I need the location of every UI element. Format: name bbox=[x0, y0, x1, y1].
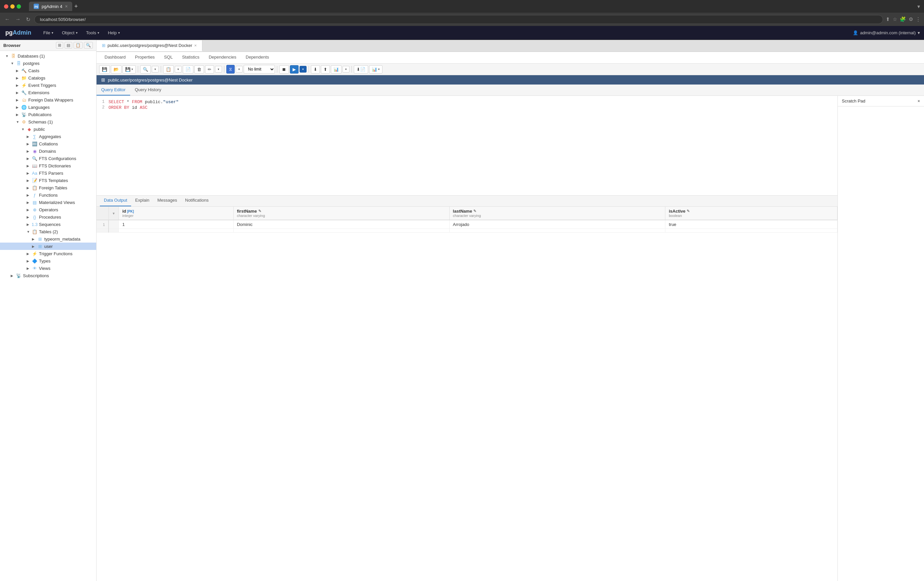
tree-toggle[interactable]: ▶ bbox=[26, 252, 32, 255]
tree-toggle[interactable]: ▶ bbox=[26, 135, 32, 138]
nav-tab-properties[interactable]: Properties bbox=[130, 52, 160, 63]
tree-toggle[interactable]: ▶ bbox=[26, 157, 32, 160]
col-edit-icon[interactable]: ✎ bbox=[258, 209, 261, 213]
results-tab-notifications[interactable]: Notifications bbox=[181, 196, 213, 206]
toolbar-save-file[interactable]: 💾 bbox=[99, 65, 110, 74]
tree-item[interactable]: ▶📡Publications bbox=[0, 111, 96, 118]
toolbar-upload[interactable]: ⬆ bbox=[321, 65, 330, 74]
back-button[interactable]: ← bbox=[3, 15, 11, 24]
user-dropdown-arrow[interactable]: ▾ bbox=[918, 30, 920, 35]
refresh-button[interactable]: ↻ bbox=[25, 15, 31, 24]
tree-item[interactable]: ▼⚙Schemas (1) bbox=[0, 118, 96, 125]
nav-tab-dependents[interactable]: Dependents bbox=[241, 52, 274, 63]
tree-item[interactable]: ▶⊕Operators bbox=[0, 206, 96, 213]
table-cell-lastName[interactable]: Arrojado bbox=[449, 220, 665, 229]
toolbar-edit[interactable]: ✏ bbox=[205, 65, 214, 74]
tree-toggle[interactable]: ▼ bbox=[26, 230, 32, 234]
tree-toggle[interactable]: ▶ bbox=[26, 150, 32, 153]
nav-tab-dashboard[interactable]: Dashboard bbox=[100, 52, 130, 63]
new-tab-button[interactable]: + bbox=[74, 3, 78, 10]
tree-toggle[interactable]: ▶ bbox=[26, 208, 32, 212]
tree-toggle[interactable]: ▶ bbox=[26, 186, 32, 190]
browser-btn-list[interactable]: ▤ bbox=[64, 42, 72, 49]
toolbar-export[interactable]: ⬇📄 bbox=[354, 65, 368, 74]
table-col-header-id[interactable]: id [PK]integer bbox=[119, 207, 233, 220]
tree-toggle[interactable]: ▼ bbox=[5, 54, 11, 58]
code-editor[interactable]: 1SELECT * FROM public."user"2ORDER BY id… bbox=[97, 96, 837, 196]
tree-item[interactable]: ▼🗄Databases (1) bbox=[0, 52, 96, 59]
toolbar-explain[interactable]: 📊 bbox=[331, 65, 342, 74]
tree-item[interactable]: ▶📋Foreign Tables bbox=[0, 184, 96, 191]
toolbar-copy-options[interactable]: ▾ bbox=[175, 66, 182, 72]
menu-object[interactable]: Object ▾ bbox=[58, 28, 82, 37]
tree-item[interactable]: ▶🔤Collations bbox=[0, 140, 96, 147]
results-tab-messages[interactable]: Messages bbox=[153, 196, 181, 206]
table-row[interactable] bbox=[97, 229, 837, 233]
share-icon[interactable]: ⬆ bbox=[886, 16, 890, 22]
tree-item[interactable]: ▶∑Aggregates bbox=[0, 133, 96, 140]
tree-item[interactable]: ▶🔧Extensions bbox=[0, 89, 96, 96]
tree-item[interactable]: ▼🗄postgres bbox=[0, 59, 96, 67]
nav-tab-dependencies[interactable]: Dependencies bbox=[204, 52, 241, 63]
col-edit-icon[interactable]: ✎ bbox=[473, 209, 476, 213]
tree-item[interactable]: ▶AaFTS Parsers bbox=[0, 170, 96, 177]
scratch-pad-content[interactable] bbox=[838, 107, 924, 581]
scratch-pad-close[interactable]: × bbox=[917, 99, 920, 104]
browser-tab[interactable]: pg pgAdmin 4 × bbox=[29, 2, 72, 11]
tree-item[interactable]: ▶🔷Types bbox=[0, 257, 96, 265]
toolbar-find[interactable]: 🔍 bbox=[140, 65, 151, 74]
tree-item[interactable]: ▶📡Subscriptions bbox=[0, 272, 96, 279]
tree-item[interactable]: ▶🔨Casts bbox=[0, 67, 96, 74]
tree-item[interactable]: ▶⚡Trigger Functions bbox=[0, 250, 96, 257]
tree-item[interactable]: ▶⊞typeorm_metadata bbox=[0, 235, 96, 243]
tree-toggle[interactable]: ▶ bbox=[16, 69, 21, 72]
minimize-traffic-light[interactable] bbox=[10, 4, 15, 9]
tree-toggle[interactable]: ▶ bbox=[16, 113, 21, 117]
toolbar-delete-row[interactable]: 🗑 bbox=[195, 65, 204, 74]
tree-item[interactable]: ▶📖FTS Dictionaries bbox=[0, 162, 96, 170]
tree-toggle[interactable]: ▶ bbox=[26, 164, 32, 168]
browser-btn-search[interactable]: 🔍 bbox=[84, 42, 93, 49]
tree-item[interactable]: ▶⊞user bbox=[0, 243, 96, 250]
tree-item[interactable]: ▶⚡Event Triggers bbox=[0, 82, 96, 89]
profiles-icon[interactable]: ⚙ bbox=[909, 16, 913, 22]
toolbar-save-options[interactable]: 💾▾ bbox=[122, 65, 136, 74]
tree-item[interactable]: ▼◆public bbox=[0, 125, 96, 133]
tree-item[interactable]: ▶◉Domains bbox=[0, 147, 96, 155]
tree-toggle[interactable]: ▶ bbox=[16, 76, 21, 80]
forward-button[interactable]: → bbox=[14, 15, 22, 24]
tree-toggle[interactable]: ▶ bbox=[26, 201, 32, 204]
menu-icon[interactable]: ⋮ bbox=[916, 16, 921, 22]
content-tab-active[interactable]: ⊞ public.user/postgres/postgres@Nest Doc… bbox=[97, 40, 202, 51]
tree-toggle[interactable]: ▶ bbox=[16, 105, 21, 109]
table-cell-isActive[interactable] bbox=[665, 229, 837, 233]
toolbar-paste[interactable]: 📄 bbox=[183, 65, 193, 74]
table-cell-firstName[interactable] bbox=[233, 229, 449, 233]
tree-toggle[interactable]: ▶ bbox=[26, 171, 32, 175]
query-tab-query-editor[interactable]: Query Editor bbox=[97, 84, 130, 95]
content-tab-close[interactable]: × bbox=[195, 43, 197, 48]
close-traffic-light[interactable] bbox=[4, 4, 8, 9]
toolbar-explain-options[interactable]: ▾ bbox=[343, 66, 350, 72]
tree-toggle[interactable]: ▶ bbox=[26, 193, 32, 197]
toolbar-more[interactable]: 📊▾ bbox=[369, 65, 383, 74]
line-content[interactable]: ORDER BY id ASC bbox=[109, 105, 147, 110]
tree-item[interactable]: ▶▤Materialized Views bbox=[0, 199, 96, 206]
tree-item[interactable]: ▶1.3Sequences bbox=[0, 221, 96, 228]
tree-toggle[interactable]: ▶ bbox=[16, 98, 21, 102]
table-cell-isActive[interactable]: true bbox=[665, 220, 837, 229]
table-col-header-lastName[interactable]: lastName ✎character varying bbox=[449, 207, 665, 220]
col-edit-icon[interactable]: ✎ bbox=[687, 209, 690, 213]
browser-btn-grid[interactable]: ⊞ bbox=[56, 42, 63, 49]
tree-toggle[interactable]: ▶ bbox=[26, 179, 32, 182]
menu-help[interactable]: Help ▾ bbox=[104, 28, 124, 37]
toolbar-edit-options[interactable]: ▾ bbox=[215, 66, 222, 72]
maximize-traffic-light[interactable] bbox=[16, 4, 21, 9]
line-content[interactable]: SELECT * FROM public."user" bbox=[109, 99, 179, 104]
tree-item[interactable]: ▼📋Tables (2) bbox=[0, 228, 96, 235]
results-tab-data-output[interactable]: Data Output bbox=[100, 196, 131, 206]
browser-btn-copy[interactable]: 📋 bbox=[74, 42, 82, 49]
nav-tab-statistics[interactable]: Statistics bbox=[177, 52, 204, 63]
url-bar[interactable]: localhost:5050/browser/ bbox=[34, 15, 883, 24]
toolbar-filter-options[interactable]: ▾ bbox=[236, 66, 243, 72]
